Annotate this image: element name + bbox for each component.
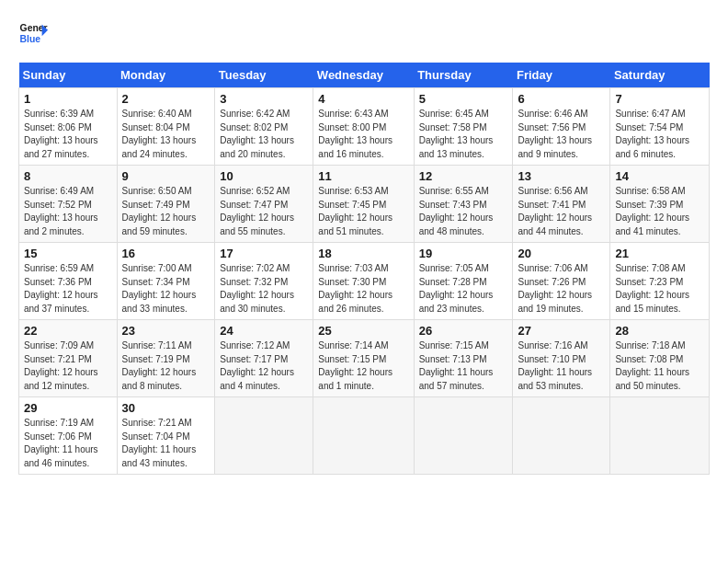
calendar-cell: 10 Sunrise: 6:52 AMSunset: 7:47 PMDaylig…: [215, 166, 313, 243]
day-info: Sunrise: 6:52 AMSunset: 7:47 PMDaylight:…: [220, 185, 308, 238]
calendar-cell: 15 Sunrise: 6:59 AMSunset: 7:36 PMDaylig…: [19, 243, 118, 320]
calendar-cell: 30 Sunrise: 7:21 AMSunset: 7:04 PMDaylig…: [117, 397, 215, 475]
day-info: Sunrise: 6:59 AMSunset: 7:36 PMDaylight:…: [24, 262, 112, 316]
day-number: 1: [24, 92, 112, 106]
day-info: Sunrise: 6:47 AMSunset: 7:54 PMDaylight:…: [615, 108, 704, 161]
calendar-row: 29 Sunrise: 7:19 AMSunset: 7:06 PMDaylig…: [19, 397, 710, 475]
day-info: Sunrise: 7:00 AMSunset: 7:34 PMDaylight:…: [122, 262, 210, 316]
day-number: 27: [518, 324, 605, 338]
day-number: 30: [122, 401, 210, 415]
day-number: 28: [615, 324, 704, 338]
calendar-cell: [610, 397, 710, 475]
calendar-cell: [313, 397, 414, 475]
day-number: 29: [24, 401, 112, 415]
day-info: Sunrise: 6:58 AMSunset: 7:39 PMDaylight:…: [615, 185, 704, 238]
day-number: 6: [518, 92, 605, 106]
day-info: Sunrise: 7:08 AMSunset: 7:23 PMDaylight:…: [615, 262, 704, 316]
calendar-cell: 16 Sunrise: 7:00 AMSunset: 7:34 PMDaylig…: [117, 243, 215, 320]
day-number: 2: [122, 92, 210, 106]
day-info: Sunrise: 7:03 AMSunset: 7:30 PMDaylight:…: [318, 262, 408, 316]
col-header-saturday: Saturday: [610, 63, 710, 88]
col-header-sunday: Sunday: [19, 63, 118, 88]
calendar-cell: 11 Sunrise: 6:53 AMSunset: 7:45 PMDaylig…: [313, 166, 414, 243]
day-number: 23: [122, 324, 210, 338]
day-info: Sunrise: 7:18 AMSunset: 7:08 PMDaylight:…: [615, 339, 704, 393]
day-info: Sunrise: 6:39 AMSunset: 8:06 PMDaylight:…: [24, 108, 112, 161]
calendar-cell: 25 Sunrise: 7:14 AMSunset: 7:15 PMDaylig…: [313, 320, 414, 397]
day-info: Sunrise: 6:56 AMSunset: 7:41 PMDaylight:…: [518, 185, 605, 238]
calendar-cell: 20 Sunrise: 7:06 AMSunset: 7:26 PMDaylig…: [513, 243, 610, 320]
day-info: Sunrise: 6:53 AMSunset: 7:45 PMDaylight:…: [318, 185, 408, 238]
day-number: 24: [220, 324, 308, 338]
day-number: 9: [122, 169, 210, 183]
day-info: Sunrise: 7:02 AMSunset: 7:32 PMDaylight:…: [220, 262, 308, 316]
day-number: 14: [615, 169, 704, 183]
calendar-cell: 18 Sunrise: 7:03 AMSunset: 7:30 PMDaylig…: [313, 243, 414, 320]
calendar-row: 8 Sunrise: 6:49 AMSunset: 7:52 PMDayligh…: [19, 166, 710, 243]
calendar-table: SundayMondayTuesdayWednesdayThursdayFrid…: [18, 63, 710, 475]
day-number: 7: [615, 92, 704, 106]
day-info: Sunrise: 7:09 AMSunset: 7:21 PMDaylight:…: [24, 339, 112, 393]
calendar-cell: 22 Sunrise: 7:09 AMSunset: 7:21 PMDaylig…: [19, 320, 118, 397]
day-number: 5: [419, 92, 508, 106]
day-number: 3: [220, 92, 308, 106]
calendar-cell: 2 Sunrise: 6:40 AMSunset: 8:04 PMDayligh…: [117, 88, 215, 166]
calendar-row: 1 Sunrise: 6:39 AMSunset: 8:06 PMDayligh…: [19, 88, 710, 166]
day-info: Sunrise: 7:11 AMSunset: 7:19 PMDaylight:…: [122, 339, 210, 393]
day-number: 13: [518, 169, 605, 183]
day-info: Sunrise: 7:06 AMSunset: 7:26 PMDaylight:…: [518, 262, 605, 316]
day-info: Sunrise: 7:15 AMSunset: 7:13 PMDaylight:…: [419, 339, 508, 393]
calendar-cell: 13 Sunrise: 6:56 AMSunset: 7:41 PMDaylig…: [513, 166, 610, 243]
col-header-tuesday: Tuesday: [215, 63, 313, 88]
day-info: Sunrise: 7:14 AMSunset: 7:15 PMDaylight:…: [318, 339, 408, 393]
day-info: Sunrise: 6:46 AMSunset: 7:56 PMDaylight:…: [518, 108, 605, 161]
day-number: 25: [318, 324, 408, 338]
calendar-cell: 9 Sunrise: 6:50 AMSunset: 7:49 PMDayligh…: [117, 166, 215, 243]
calendar-cell: 26 Sunrise: 7:15 AMSunset: 7:13 PMDaylig…: [414, 320, 513, 397]
calendar-cell: [215, 397, 313, 475]
calendar-cell: 27 Sunrise: 7:16 AMSunset: 7:10 PMDaylig…: [513, 320, 610, 397]
day-number: 4: [318, 92, 408, 106]
calendar-cell: 29 Sunrise: 7:19 AMSunset: 7:06 PMDaylig…: [19, 397, 118, 475]
day-info: Sunrise: 6:40 AMSunset: 8:04 PMDaylight:…: [122, 108, 210, 161]
calendar-cell: 24 Sunrise: 7:12 AMSunset: 7:17 PMDaylig…: [215, 320, 313, 397]
svg-text:Blue: Blue: [20, 34, 41, 44]
day-info: Sunrise: 6:50 AMSunset: 7:49 PMDaylight:…: [122, 185, 210, 238]
day-number: 11: [318, 169, 408, 183]
calendar-row: 15 Sunrise: 6:59 AMSunset: 7:36 PMDaylig…: [19, 243, 710, 320]
day-number: 10: [220, 169, 308, 183]
day-number: 17: [220, 247, 308, 260]
day-info: Sunrise: 6:42 AMSunset: 8:02 PMDaylight:…: [220, 108, 308, 161]
day-info: Sunrise: 7:21 AMSunset: 7:04 PMDaylight:…: [122, 417, 210, 470]
calendar-cell: 6 Sunrise: 6:46 AMSunset: 7:56 PMDayligh…: [513, 88, 610, 166]
calendar-cell: 21 Sunrise: 7:08 AMSunset: 7:23 PMDaylig…: [610, 243, 710, 320]
calendar-cell: 1 Sunrise: 6:39 AMSunset: 8:06 PMDayligh…: [19, 88, 118, 166]
calendar-cell: 4 Sunrise: 6:43 AMSunset: 8:00 PMDayligh…: [313, 88, 414, 166]
day-info: Sunrise: 6:43 AMSunset: 8:00 PMDaylight:…: [318, 108, 408, 161]
col-header-thursday: Thursday: [414, 63, 513, 88]
col-header-monday: Monday: [117, 63, 215, 88]
calendar-cell: 28 Sunrise: 7:18 AMSunset: 7:08 PMDaylig…: [610, 320, 710, 397]
col-header-friday: Friday: [513, 63, 610, 88]
day-info: Sunrise: 7:19 AMSunset: 7:06 PMDaylight:…: [24, 417, 112, 470]
day-number: 26: [419, 324, 508, 338]
calendar-row: 22 Sunrise: 7:09 AMSunset: 7:21 PMDaylig…: [19, 320, 710, 397]
col-header-wednesday: Wednesday: [313, 63, 414, 88]
calendar-cell: 7 Sunrise: 6:47 AMSunset: 7:54 PMDayligh…: [610, 88, 710, 166]
day-number: 8: [24, 169, 112, 183]
calendar-cell: [414, 397, 513, 475]
day-number: 22: [24, 324, 112, 338]
calendar-cell: 8 Sunrise: 6:49 AMSunset: 7:52 PMDayligh…: [19, 166, 118, 243]
day-number: 18: [318, 247, 408, 260]
day-info: Sunrise: 6:55 AMSunset: 7:43 PMDaylight:…: [419, 185, 508, 238]
calendar-cell: 3 Sunrise: 6:42 AMSunset: 8:02 PMDayligh…: [215, 88, 313, 166]
day-info: Sunrise: 7:05 AMSunset: 7:28 PMDaylight:…: [419, 262, 508, 316]
day-info: Sunrise: 6:45 AMSunset: 7:58 PMDaylight:…: [419, 108, 508, 161]
calendar-cell: 23 Sunrise: 7:11 AMSunset: 7:19 PMDaylig…: [117, 320, 215, 397]
logo: General Blue: [18, 18, 48, 48]
calendar-cell: 5 Sunrise: 6:45 AMSunset: 7:58 PMDayligh…: [414, 88, 513, 166]
page-header: General Blue: [18, 18, 710, 48]
day-number: 16: [122, 247, 210, 260]
calendar-cell: 14 Sunrise: 6:58 AMSunset: 7:39 PMDaylig…: [610, 166, 710, 243]
day-number: 15: [24, 247, 112, 260]
